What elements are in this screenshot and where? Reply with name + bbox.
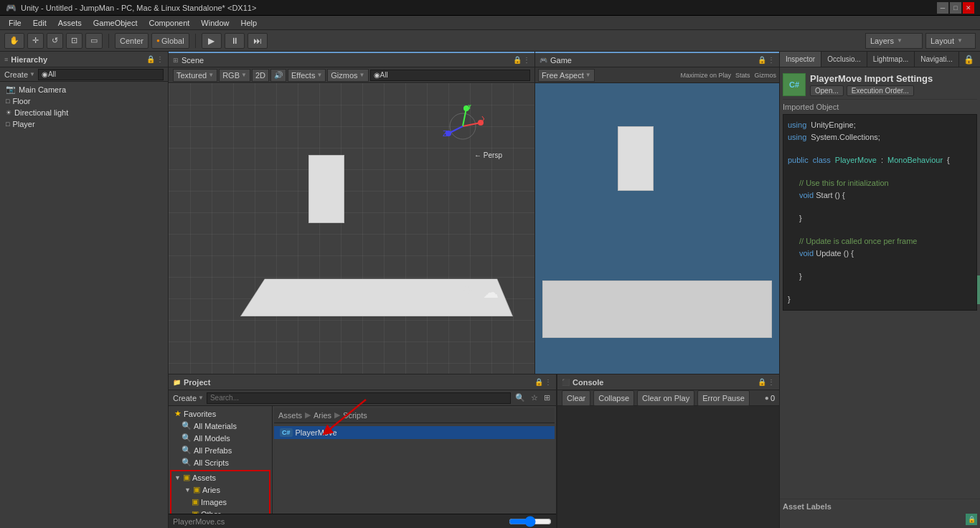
tab-inspector[interactable]: Inspector (780, 52, 821, 67)
rect-tool-button[interactable]: ▭ (85, 33, 103, 49)
textured-dropdown[interactable]: Textured ▼ (173, 69, 217, 82)
step-button[interactable]: ⏭ (248, 33, 268, 49)
scene-header-icons: 🔒 ⋮ (513, 56, 530, 64)
hierarchy-item-directional-light[interactable]: ☀ Directional light (0, 107, 168, 118)
all-models-item[interactable]: 🔍 All Models (169, 432, 272, 444)
layers-dropdown-arrow: ▼ (897, 37, 903, 44)
project-lock-icon[interactable]: 🔒 (534, 378, 543, 386)
directional-light-label: Directional light (14, 108, 68, 117)
rgb-label: RGB (222, 71, 240, 80)
layers-dropdown[interactable]: Layers ▼ (865, 33, 923, 49)
project-search-input[interactable] (207, 392, 511, 404)
rotate-tool-button[interactable]: ↺ (47, 33, 63, 49)
game-menu-icon[interactable]: ⋮ (768, 56, 775, 64)
assets-header[interactable]: ▼ ▣ Assets (171, 471, 269, 484)
scale-tool-button[interactable]: ⊡ (66, 33, 83, 49)
aspect-dropdown[interactable]: Free Aspect ▼ (538, 69, 595, 82)
game-tab[interactable]: 🎮 Game 🔒 ⋮ (535, 52, 779, 67)
console-lock-icon[interactable]: 🔒 (758, 378, 766, 386)
images-folder-item[interactable]: ▣ Images (171, 496, 269, 508)
menu-file[interactable]: File (3, 16, 27, 29)
menu-edit[interactable]: Edit (27, 16, 52, 29)
inspector-lock-icon[interactable]: 🔒 (962, 55, 976, 65)
all-scripts-item[interactable]: 🔍 All Scripts (169, 456, 272, 468)
menu-window[interactable]: Window (195, 16, 235, 29)
menu-assets[interactable]: Assets (52, 16, 88, 29)
hierarchy-item-floor[interactable]: □ Floor (0, 95, 168, 107)
project-create-button[interactable]: Create ▼ (173, 394, 204, 402)
project-star-icon[interactable]: ☆ (529, 393, 540, 402)
console-menu-icon[interactable]: ⋮ (768, 378, 775, 386)
gizmos-dropdown[interactable]: Gizmos ▼ (327, 69, 368, 82)
console-header: ⬛ Console 🔒 ⋮ (557, 374, 779, 390)
maximize-button[interactable]: □ (950, 2, 961, 14)
rgb-dropdown[interactable]: RGB ▼ (219, 69, 250, 82)
breadcrumb-aries[interactable]: Aries (314, 411, 331, 420)
play-button[interactable]: ▶ (202, 33, 222, 49)
asset-labels-lock-icon[interactable]: 🔒 (966, 514, 977, 525)
hand-tool-button[interactable]: ✋ (4, 33, 24, 49)
game-title: Game (550, 56, 572, 65)
move-tool-button[interactable]: ✛ (27, 33, 44, 49)
all-materials-item[interactable]: 🔍 All Materials (169, 420, 272, 432)
scene-lock-icon[interactable]: 🔒 (513, 56, 522, 64)
game-lock-icon[interactable]: 🔒 (758, 56, 766, 64)
game-canvas[interactable] (535, 83, 779, 374)
title-bar: 🎮 Unity - Untitled - JumpMan - PC, Mac &… (0, 0, 980, 16)
player-cube-icon: □ (6, 121, 9, 128)
playermove-file-label: PlayerMove (296, 428, 337, 437)
favorites-header[interactable]: ★ Favorites (169, 407, 272, 420)
console-content (557, 406, 779, 528)
tab-occlusion[interactable]: Occlusio... (821, 52, 867, 67)
pause-button[interactable]: ⏸ (225, 33, 245, 49)
error-pause-button[interactable]: Error Pause (697, 390, 750, 406)
tab-lightmap[interactable]: Lightmap... (867, 52, 915, 67)
close-button[interactable]: ✕ (963, 2, 974, 14)
project-menu-icon[interactable]: ⋮ (545, 378, 552, 386)
menu-component[interactable]: Component (143, 16, 195, 29)
console-count-label: 0 (771, 394, 775, 402)
inspector-menu-icon[interactable]: ⋮ (976, 55, 980, 64)
scene-search-input[interactable] (370, 70, 530, 81)
tab-navigation[interactable]: Navigati... (915, 52, 958, 67)
2d-button[interactable]: 2D (252, 69, 269, 82)
create-arrow: ▼ (29, 71, 35, 77)
project-search-icon[interactable]: 🔍 (514, 393, 527, 402)
all-prefabs-item[interactable]: 🔍 All Prefabs (169, 444, 272, 456)
layout-dropdown[interactable]: Layout ▼ (925, 33, 976, 49)
scene-menu-icon[interactable]: ⋮ (523, 56, 530, 64)
hierarchy-item-player[interactable]: □ Player (0, 118, 168, 130)
global-toggle-button[interactable]: ● Global (151, 33, 189, 49)
clear-button[interactable]: Clear (562, 390, 590, 406)
project-zoom-slider[interactable] (509, 517, 552, 526)
clear-on-play-button[interactable]: Clear on Play (637, 390, 694, 406)
playermove-cs-label: PlayerMove.cs (173, 517, 225, 526)
breadcrumb-assets[interactable]: Assets (278, 411, 302, 420)
hierarchy-search-input[interactable] (38, 69, 164, 80)
assets-label: Assets (192, 473, 216, 482)
open-button[interactable]: Open... (810, 85, 844, 96)
audio-button[interactable]: 🔊 (270, 69, 286, 82)
hierarchy-menu-icon[interactable]: ⋮ (156, 55, 164, 63)
other-folder-item[interactable]: ▣ Other (171, 508, 269, 514)
effects-dropdown[interactable]: Effects ▼ (288, 69, 326, 82)
scene-tab[interactable]: ⊞ Scene 🔒 ⋮ (169, 52, 534, 67)
hierarchy-panel: ≡ Hierarchy 🔒 ⋮ Create ▼ 📷 Main Camera □… (0, 52, 169, 528)
scene-canvas[interactable]: X Y Z ← Persp ☀ ☁ (169, 83, 534, 374)
menu-help[interactable]: Help (235, 16, 263, 29)
menu-gameobject[interactable]: GameObject (88, 16, 143, 29)
player-label: Player (12, 120, 34, 128)
hierarchy-item-main-camera[interactable]: 📷 Main Camera (0, 83, 168, 95)
main-toolbar: ✋ ✛ ↺ ⊡ ▭ Center ● Global ▶ ⏸ ⏭ Layers ▼… (0, 30, 980, 52)
center-toggle-button[interactable]: Center (115, 33, 149, 49)
hierarchy-create-button[interactable]: Create ▼ (4, 70, 35, 79)
inspector-panel: Inspector Occlusio... Lightmap... Naviga… (779, 52, 980, 528)
aries-folder-item[interactable]: ▼ ▣ Aries (171, 484, 269, 496)
playermove-file-item[interactable]: C# PlayerMove (274, 426, 555, 439)
execution-order-button[interactable]: Execution Order... (847, 85, 914, 96)
breadcrumb-scripts[interactable]: Scripts (343, 411, 367, 420)
project-grid-icon[interactable]: ⊞ (542, 393, 552, 402)
minimize-button[interactable]: ─ (937, 2, 948, 14)
hierarchy-lock-icon[interactable]: 🔒 (146, 55, 155, 63)
collapse-button[interactable]: Collapse (593, 390, 634, 406)
